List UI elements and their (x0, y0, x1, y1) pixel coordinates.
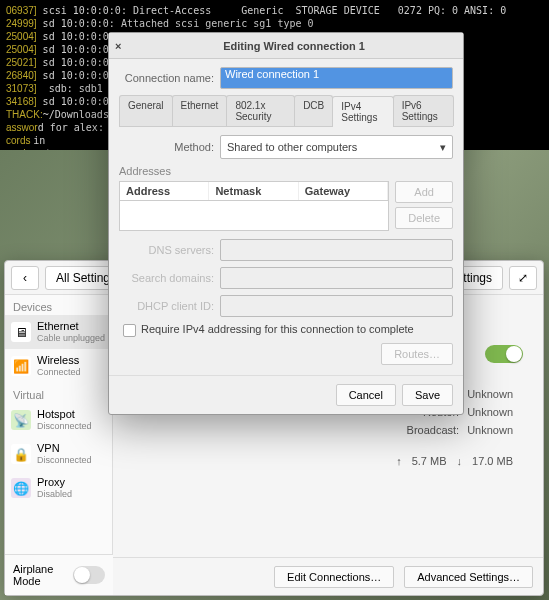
method-label: Method: (119, 141, 214, 153)
sidebar-item-status: Disconnected (37, 454, 92, 466)
sidebar-item-wireless[interactable]: 📶WirelessConnected (5, 349, 112, 383)
airplane-mode-toggle[interactable] (73, 566, 105, 584)
airplane-mode-row: Airplane Mode (5, 554, 113, 595)
dns-label: DNS servers: (119, 244, 214, 256)
tab-ethernet[interactable]: Ethernet (172, 95, 228, 126)
dialog-titlebar: × Editing Wired connection 1 (109, 33, 463, 59)
advanced-settings-button[interactable]: Advanced Settings… (404, 566, 533, 588)
sidebar-item-label: Wireless (37, 354, 81, 366)
tab-ipv6-settings[interactable]: IPv6 Settings (393, 95, 454, 126)
method-select[interactable]: Shared to other computers ▾ (220, 135, 453, 159)
col-address: Address (120, 182, 209, 200)
upload-icon: ↑ (396, 455, 402, 467)
tab-general[interactable]: General (119, 95, 173, 126)
section-devices: Devices (5, 295, 112, 315)
edit-connections-button[interactable]: Edit Connections… (274, 566, 394, 588)
sidebar-item-proxy[interactable]: 🌐ProxyDisabled (5, 471, 112, 505)
sidebar-item-status: Disabled (37, 488, 72, 500)
info-label: Broadcast: (369, 421, 459, 439)
network-stats: ↑5.7 MB ↓17.0 MB (396, 455, 513, 467)
vpn-icon: 🔒 (11, 444, 31, 464)
back-button[interactable]: ‹ (11, 266, 39, 290)
sidebar-item-label: Hotspot (37, 408, 92, 420)
tab-bar: GeneralEthernet802.1x SecurityDCBIPv4 Se… (119, 95, 453, 127)
hotspot-icon: 📡 (11, 410, 31, 430)
proxy-icon: 🌐 (11, 478, 31, 498)
section-virtual: Virtual (5, 383, 112, 403)
info-value: Unknown (467, 421, 513, 439)
wireless-icon: 📶 (11, 356, 31, 376)
download-value: 17.0 MB (472, 455, 513, 467)
download-icon: ↓ (457, 455, 463, 467)
dhcp-label: DHCP client ID: (119, 300, 214, 312)
chevron-down-icon: ▾ (440, 141, 446, 154)
sidebar-item-status: Cable unplugged (37, 332, 105, 344)
require-ipv4-checkbox[interactable] (123, 324, 136, 337)
edit-connection-dialog: × Editing Wired connection 1 Connection … (108, 32, 464, 415)
tab-dcb[interactable]: DCB (294, 95, 333, 126)
airplane-mode-label: Airplane Mode (13, 563, 73, 587)
dns-input (220, 239, 453, 261)
address-table-body[interactable] (119, 201, 389, 231)
delete-button[interactable]: Delete (395, 207, 453, 229)
addresses-label: Addresses (119, 165, 453, 177)
add-button[interactable]: Add (395, 181, 453, 203)
sidebar-item-label: Proxy (37, 476, 72, 488)
require-ipv4-row[interactable]: Require IPv4 addressing for this connect… (123, 323, 453, 337)
sidebar-item-status: Connected (37, 366, 81, 378)
require-ipv4-label: Require IPv4 addressing for this connect… (141, 323, 414, 335)
sidebar-item-vpn[interactable]: 🔒VPNDisconnected (5, 437, 112, 471)
address-table-header: AddressNetmaskGateway (119, 181, 389, 201)
info-value: Unknown (467, 403, 513, 421)
routes-button[interactable]: Routes… (381, 343, 453, 365)
col-netmask: Netmask (209, 182, 298, 200)
connection-name-label: Connection name: (119, 72, 214, 84)
sidebar-item-hotspot[interactable]: 📡HotspotDisconnected (5, 403, 112, 437)
upload-value: 5.7 MB (412, 455, 447, 467)
search-domains-input (220, 267, 453, 289)
sidebar-item-label: Ethernet (37, 320, 105, 332)
sidebar-item-label: VPN (37, 442, 92, 454)
connection-name-input[interactable]: Wired connection 1 (220, 67, 453, 89)
sidebar-item-status: Disconnected (37, 420, 92, 432)
tab-ipv4-settings[interactable]: IPv4 Settings (332, 96, 393, 127)
ethernet-toggle[interactable] (485, 345, 523, 363)
search-domains-label: Search domains: (119, 272, 214, 284)
maximize-button[interactable]: ⤢ (509, 266, 537, 290)
save-button[interactable]: Save (402, 384, 453, 406)
dialog-title: Editing Wired connection 1 (131, 40, 457, 52)
ethernet-icon: 🖥 (11, 322, 31, 342)
info-value: Unknown (467, 385, 513, 403)
close-icon[interactable]: × (115, 40, 131, 52)
tab-802-1x-security[interactable]: 802.1x Security (226, 95, 295, 126)
sidebar-item-ethernet[interactable]: 🖥EthernetCable unplugged (5, 315, 112, 349)
col-gateway: Gateway (299, 182, 388, 200)
method-value: Shared to other computers (227, 141, 357, 153)
cancel-button[interactable]: Cancel (336, 384, 396, 406)
dhcp-input (220, 295, 453, 317)
network-sidebar: Devices 🖥EthernetCable unplugged📶Wireles… (5, 295, 113, 595)
